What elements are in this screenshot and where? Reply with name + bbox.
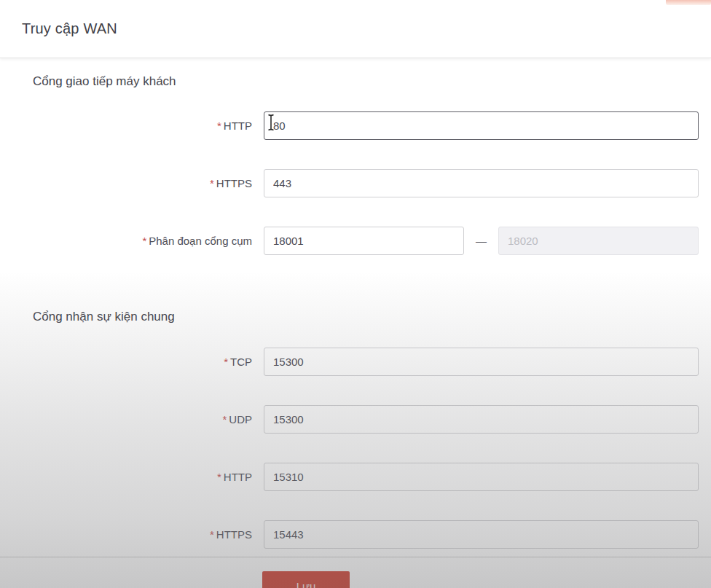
form-row-event-udp: *UDP [0,405,711,434]
field-label: *HTTPS [0,177,252,189]
required-marker: * [210,177,214,189]
form-row-event-http: *HTTP [0,463,711,491]
field-label: *TCP [0,356,252,368]
required-marker: * [210,528,214,541]
field-label-text: UDP [229,413,252,426]
form-row-event-tcp: *TCP [0,348,711,376]
footer: Lưu [0,557,711,588]
form-row-client-http: *HTTP [0,111,711,140]
event-https-port-input[interactable] [264,520,699,549]
field-label-text: Phân đoạn cổng cụm [149,235,252,247]
field-wrap [264,405,699,434]
field-label-text: HTTPS [216,177,252,189]
required-marker: * [142,235,146,247]
form-row-event-https: *HTTPS [0,520,711,549]
page-title: Truy cập WAN [22,20,117,37]
save-button[interactable]: Lưu [262,571,350,588]
cluster-port-start-input[interactable] [264,227,464,255]
required-marker: * [222,413,227,426]
field-wrap [264,111,699,140]
field-wrap [264,463,699,491]
field-label-text: HTTPS [216,528,252,541]
field-label: *HTTPS [0,528,252,541]
section-heading-event-ports: Cổng nhận sự kiện chung [0,310,711,324]
field-wrap [264,348,699,376]
event-http-port-input[interactable] [264,463,699,491]
field-label: *HTTP [0,471,252,483]
field-label: *HTTP [0,119,252,132]
field-label: *UDP [0,413,252,426]
section-heading-client-ports: Cổng giao tiếp máy khách [0,74,711,89]
field-label: *Phân đoạn cổng cụm [0,235,252,247]
field-label-text: TCP [230,356,252,368]
clipped-red-banner-fragment [666,0,711,5]
event-udp-port-input[interactable] [264,405,699,434]
required-marker: * [217,119,221,132]
client-http-port-input[interactable] [264,111,699,140]
required-marker: * [224,356,228,368]
form-row-cluster-port-segment: *Phân đoạn cổng cụm — [0,227,711,255]
cluster-port-end-input [498,227,699,255]
event-tcp-port-input[interactable] [264,348,699,376]
field-wrap [264,520,699,549]
field-label-text: HTTP [224,471,252,483]
required-marker: * [217,471,221,483]
client-https-port-input[interactable] [264,169,699,197]
field-wrap: — [264,227,699,255]
field-label-text: HTTP [224,119,252,132]
range-separator: — [464,235,498,247]
form-row-client-https: *HTTPS [0,169,711,197]
field-wrap [264,169,699,197]
page-header: Truy cập WAN [0,0,711,58]
wan-access-form: Cổng giao tiếp máy khách *HTTP *HTTPS *P… [0,74,711,588]
